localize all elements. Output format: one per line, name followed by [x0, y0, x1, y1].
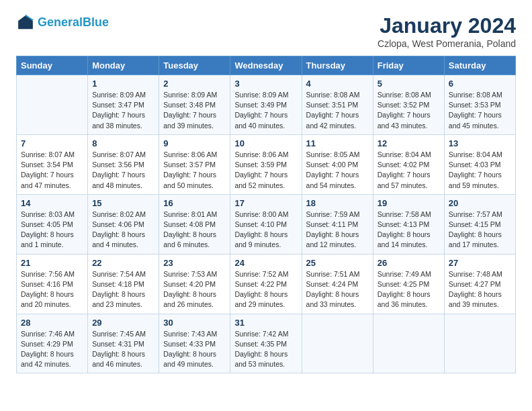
calendar-cell: 26Sunrise: 7:49 AMSunset: 4:25 PMDayligh… — [373, 254, 444, 314]
day-number: 4 — [306, 79, 369, 89]
cell-content: Sunrise: 7:57 AMSunset: 4:15 PMDaylight:… — [449, 210, 502, 249]
day-number: 11 — [306, 138, 369, 148]
cell-content: Sunrise: 8:09 AMSunset: 3:49 PMDaylight:… — [234, 91, 288, 130]
day-number: 21 — [21, 258, 83, 268]
calendar-cell: 19Sunrise: 7:58 AMSunset: 4:13 PMDayligh… — [373, 194, 444, 254]
day-number: 22 — [92, 258, 154, 268]
day-number: 2 — [163, 79, 226, 89]
day-number: 3 — [234, 79, 297, 89]
calendar-cell: 10Sunrise: 8:06 AMSunset: 3:59 PMDayligh… — [230, 134, 302, 194]
calendar-cell: 11Sunrise: 8:05 AMSunset: 4:00 PMDayligh… — [302, 134, 373, 194]
calendar-cell: 4Sunrise: 8:08 AMSunset: 3:51 PMDaylight… — [302, 75, 373, 135]
day-number: 10 — [234, 138, 297, 148]
day-number: 9 — [163, 138, 226, 148]
title-block: January 2024 Czlopa, West Pomerania, Pol… — [378, 13, 516, 49]
logo: GeneralBlue — [16, 13, 109, 32]
day-number: 26 — [378, 258, 440, 268]
cell-content: Sunrise: 8:07 AMSunset: 3:56 PMDaylight:… — [92, 150, 146, 189]
header-tuesday: Tuesday — [159, 56, 230, 75]
day-number: 29 — [92, 318, 154, 328]
header-friday: Friday — [373, 56, 444, 75]
calendar-cell: 16Sunrise: 8:01 AMSunset: 4:08 PMDayligh… — [159, 194, 230, 254]
calendar-cell: 17Sunrise: 8:00 AMSunset: 4:10 PMDayligh… — [230, 194, 302, 254]
logo-line2: Blue — [83, 15, 109, 29]
calendar-cell: 14Sunrise: 8:03 AMSunset: 4:05 PMDayligh… — [17, 194, 88, 254]
calendar-cell: 5Sunrise: 8:08 AMSunset: 3:52 PMDaylight… — [373, 75, 444, 135]
day-number: 1 — [92, 79, 154, 89]
calendar-cell: 2Sunrise: 8:09 AMSunset: 3:48 PMDaylight… — [159, 75, 230, 135]
day-number: 16 — [163, 198, 226, 208]
cell-content: Sunrise: 7:52 AMSunset: 4:22 PMDaylight:… — [234, 270, 288, 309]
calendar-cell: 22Sunrise: 7:54 AMSunset: 4:18 PMDayligh… — [88, 254, 159, 314]
calendar-table: SundayMondayTuesdayWednesdayThursdayFrid… — [16, 56, 516, 373]
day-number: 28 — [21, 318, 83, 328]
calendar-cell: 27Sunrise: 7:48 AMSunset: 4:27 PMDayligh… — [444, 254, 515, 314]
day-number: 18 — [306, 198, 369, 208]
cell-content: Sunrise: 8:02 AMSunset: 4:06 PMDaylight:… — [92, 210, 146, 249]
day-number: 7 — [21, 138, 83, 148]
header-wednesday: Wednesday — [230, 56, 302, 75]
day-number: 31 — [234, 318, 297, 328]
cell-content: Sunrise: 8:08 AMSunset: 3:52 PMDaylight:… — [378, 91, 431, 130]
location: Czlopa, West Pomerania, Poland — [378, 38, 516, 49]
calendar-cell: 28Sunrise: 7:46 AMSunset: 4:29 PMDayligh… — [17, 314, 88, 373]
day-number: 27 — [449, 258, 511, 268]
calendar-cell: 20Sunrise: 7:57 AMSunset: 4:15 PMDayligh… — [444, 194, 515, 254]
day-number: 14 — [21, 198, 83, 208]
cell-content: Sunrise: 7:48 AMSunset: 4:27 PMDaylight:… — [449, 270, 502, 309]
day-number: 5 — [378, 79, 440, 89]
cell-content: Sunrise: 8:08 AMSunset: 3:51 PMDaylight:… — [306, 91, 360, 130]
calendar-week-row: 14Sunrise: 8:03 AMSunset: 4:05 PMDayligh… — [17, 194, 516, 254]
header-saturday: Saturday — [444, 56, 515, 75]
cell-content: Sunrise: 7:46 AMSunset: 4:29 PMDaylight:… — [21, 330, 75, 369]
calendar-cell: 7Sunrise: 8:07 AMSunset: 3:54 PMDaylight… — [17, 134, 88, 194]
calendar-cell: 13Sunrise: 8:04 AMSunset: 4:03 PMDayligh… — [444, 134, 515, 194]
day-number: 24 — [234, 258, 297, 268]
calendar-cell: 12Sunrise: 8:04 AMSunset: 4:02 PMDayligh… — [373, 134, 444, 194]
calendar-cell: 9Sunrise: 8:06 AMSunset: 3:57 PMDaylight… — [159, 134, 230, 194]
calendar-cell: 29Sunrise: 7:45 AMSunset: 4:31 PMDayligh… — [88, 314, 159, 373]
cell-content: Sunrise: 7:49 AMSunset: 4:25 PMDaylight:… — [378, 270, 431, 309]
cell-content: Sunrise: 8:04 AMSunset: 4:02 PMDaylight:… — [378, 150, 431, 189]
day-number: 12 — [378, 138, 440, 148]
logo-text: GeneralBlue — [38, 16, 109, 30]
month-title: January 2024 — [378, 13, 516, 38]
cell-content: Sunrise: 7:58 AMSunset: 4:13 PMDaylight:… — [378, 210, 431, 249]
calendar-cell: 6Sunrise: 8:08 AMSunset: 3:53 PMDaylight… — [444, 75, 515, 135]
cell-content: Sunrise: 7:51 AMSunset: 4:24 PMDaylight:… — [306, 270, 360, 309]
calendar-week-row: 7Sunrise: 8:07 AMSunset: 3:54 PMDaylight… — [17, 134, 516, 194]
cell-content: Sunrise: 7:53 AMSunset: 4:20 PMDaylight:… — [163, 270, 217, 309]
calendar-cell: 3Sunrise: 8:09 AMSunset: 3:49 PMDaylight… — [230, 75, 302, 135]
calendar-week-row: 21Sunrise: 7:56 AMSunset: 4:16 PMDayligh… — [17, 254, 516, 314]
cell-content: Sunrise: 7:54 AMSunset: 4:18 PMDaylight:… — [92, 270, 146, 309]
calendar-cell: 21Sunrise: 7:56 AMSunset: 4:16 PMDayligh… — [17, 254, 88, 314]
calendar-cell: 23Sunrise: 7:53 AMSunset: 4:20 PMDayligh… — [159, 254, 230, 314]
calendar-cell: 15Sunrise: 8:02 AMSunset: 4:06 PMDayligh… — [88, 194, 159, 254]
day-number: 19 — [378, 198, 440, 208]
calendar-cell — [444, 314, 515, 373]
cell-content: Sunrise: 7:43 AMSunset: 4:33 PMDaylight:… — [163, 330, 217, 369]
calendar-cell — [373, 314, 444, 373]
cell-content: Sunrise: 8:09 AMSunset: 3:48 PMDaylight:… — [163, 91, 217, 130]
cell-content: Sunrise: 8:00 AMSunset: 4:10 PMDaylight:… — [234, 210, 288, 249]
cell-content: Sunrise: 8:07 AMSunset: 3:54 PMDaylight:… — [21, 150, 75, 189]
day-number: 6 — [449, 79, 511, 89]
calendar-cell: 24Sunrise: 7:52 AMSunset: 4:22 PMDayligh… — [230, 254, 302, 314]
calendar-cell: 31Sunrise: 7:42 AMSunset: 4:35 PMDayligh… — [230, 314, 302, 373]
logo-icon — [16, 13, 35, 32]
cell-content: Sunrise: 8:06 AMSunset: 3:57 PMDaylight:… — [163, 150, 217, 189]
cell-content: Sunrise: 8:08 AMSunset: 3:53 PMDaylight:… — [449, 91, 502, 130]
calendar-cell: 1Sunrise: 8:09 AMSunset: 3:47 PMDaylight… — [88, 75, 159, 135]
cell-content: Sunrise: 7:56 AMSunset: 4:16 PMDaylight:… — [21, 270, 75, 309]
cell-content: Sunrise: 7:59 AMSunset: 4:11 PMDaylight:… — [306, 210, 360, 249]
calendar-cell: 8Sunrise: 8:07 AMSunset: 3:56 PMDaylight… — [88, 134, 159, 194]
cell-content: Sunrise: 8:03 AMSunset: 4:05 PMDaylight:… — [21, 210, 75, 249]
header-thursday: Thursday — [302, 56, 373, 75]
calendar-header-row: SundayMondayTuesdayWednesdayThursdayFrid… — [17, 56, 516, 75]
calendar-cell: 30Sunrise: 7:43 AMSunset: 4:33 PMDayligh… — [159, 314, 230, 373]
day-number: 20 — [449, 198, 511, 208]
cell-content: Sunrise: 7:45 AMSunset: 4:31 PMDaylight:… — [92, 330, 146, 369]
day-number: 13 — [449, 138, 511, 148]
calendar-week-row: 28Sunrise: 7:46 AMSunset: 4:29 PMDayligh… — [17, 314, 516, 373]
calendar-cell — [302, 314, 373, 373]
